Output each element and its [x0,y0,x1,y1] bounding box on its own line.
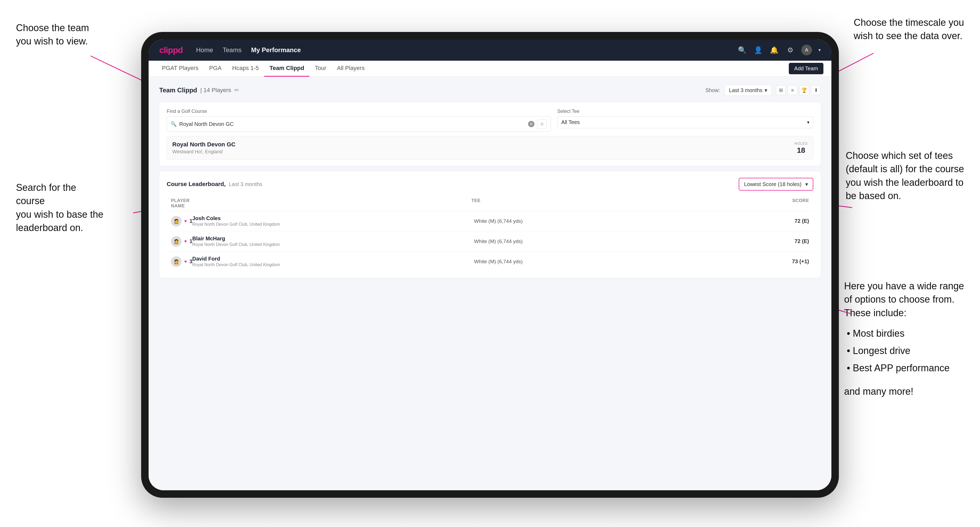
team-header: Team Clippd | 14 Players ✏ Show: Last 3 … [159,85,821,96]
score-cell-3: 73 (+1) [756,259,809,265]
annotation-mid-left-text: Search for the courseyou wish to base th… [16,182,103,233]
player-info-2: Blair McHarg Royal North Devon Golf Club… [192,236,280,247]
col-header-score: SCORE [756,198,809,209]
player-club-2: Royal North Devon Golf Club, United King… [192,242,280,247]
tabs: PGAT Players PGA Hcaps 1-5 Team Clippd T… [157,61,370,77]
annotation-mid-right-text: Choose which set of tees(default is all)… [846,150,964,201]
bullet-item-3: Best APP performance [847,360,964,377]
favorite-button[interactable]: ☆ [537,119,547,129]
avatar[interactable]: A [801,45,812,56]
person-icon[interactable]: 👤 [753,46,763,54]
tee-select-dropdown[interactable]: All Tees ▾ [557,116,813,128]
tee-group: Select Tee All Tees ▾ [557,109,813,128]
player-count: | 14 Players [200,87,231,94]
annotation-bot-right-title-text: Here you have a wide rangeof options to … [844,281,964,318]
table-row: 🙍 ♥ 1 Blair McHarg Royal North Devon Gol… [167,231,813,252]
annotation-top-left: Choose the team you wish to view. [16,21,107,48]
show-label: Show: [705,87,720,94]
rank-cell-3: 🙍 ♥ 3 [171,256,192,267]
trophy-view-button[interactable]: 🏆 [799,86,809,95]
add-team-button[interactable]: Add Team [789,63,823,74]
player-name-3: David Ford [192,256,280,262]
player-info-3: David Ford Royal North Devon Golf Club, … [192,256,280,267]
search-input-wrapper: 🔍 Royal North Devon GC ✕ ☆ [167,116,551,132]
player-club-3: Royal North Devon Golf Club, United King… [192,262,280,267]
show-dropdown[interactable]: Last 3 months ▾ [724,85,772,96]
holes-badge: Holes 18 [794,141,808,155]
tee-select-value: All Tees [561,119,580,125]
nav-links: Home Teams My Performance [196,46,737,54]
grid-view-button[interactable]: ⊞ [776,86,786,95]
rank-cell-1: 🙍 ♥ 1 [171,216,192,227]
download-button[interactable]: ⬇ [811,86,821,95]
search-icon[interactable]: 🔍 [737,46,747,54]
nav-link-myperformance[interactable]: My Performance [251,46,301,54]
col-header-empty [187,198,471,209]
heart-icon-1: ♥ [184,219,187,224]
col-header-player: PLAYER NAME [171,198,187,209]
player-cell-3: David Ford Royal North Devon Golf Club, … [192,256,474,267]
player-name-1: Josh Coles [192,215,280,221]
course-result: Royal North Devon GC Westward Ho!, Engla… [167,136,813,160]
show-dropdown-value: Last 3 months [729,87,762,94]
tablet-frame: clippd Home Teams My Performance 🔍 👤 🔔 ⚙… [141,32,839,498]
notifications-icon[interactable]: 🔔 [769,46,779,54]
tee-cell-2: White (M) (6,744 yds) [474,238,756,244]
annotation-mid-right: Choose which set of tees(default is all)… [846,149,964,203]
leaderboard-table: PLAYER NAME TEE SCORE 🙍 ♥ 1 [167,196,813,271]
player-cell-2: Blair McHarg Royal North Devon Golf Club… [192,236,474,247]
view-icons: ⊞ ≡ 🏆 ⬇ [776,86,821,95]
search-group: Find a Golf Course 🔍 Royal North Devon G… [167,109,551,132]
leaderboard-title: Course Leaderboard, Last 3 months [167,181,262,187]
nav-logo: clippd [159,45,183,55]
clear-search-button[interactable]: ✕ [528,121,535,127]
leaderboard-subtitle: Last 3 months [229,181,262,187]
tee-select-chevron-icon: ▾ [807,120,809,125]
tab-pgat-players[interactable]: PGAT Players [157,61,204,77]
player-club-1: Royal North Devon Golf Club, United King… [192,222,280,227]
main-content: Team Clippd | 14 Players ✏ Show: Last 3 … [149,77,831,490]
annotation-bullet-list: Most birdies Longest drive Best APP perf… [847,325,964,376]
tab-hcaps[interactable]: Hcaps 1-5 [227,61,264,77]
tab-team-clippd[interactable]: Team Clippd [264,61,309,77]
col-header-tee: TEE [471,198,756,209]
tab-all-players[interactable]: All Players [332,61,370,77]
tab-pga[interactable]: PGA [204,61,227,77]
heart-icon-2: ♥ [184,239,187,244]
annotation-top-left-text: Choose the team you wish to view. [16,22,89,46]
course-search-card: Find a Golf Course 🔍 Royal North Devon G… [159,102,821,166]
course-name: Royal North Devon GC [172,141,235,148]
rank-num-1: 1 [189,218,192,224]
nav-actions: 🔍 👤 🔔 ⚙ A ▾ [737,45,821,56]
player-name-2: Blair McHarg [192,236,280,242]
bullet-item-1: Most birdies [847,325,964,342]
score-cell-1: 72 (E) [756,218,809,224]
player-cell-1: Josh Coles Royal North Devon Golf Club, … [192,215,474,227]
tab-tour[interactable]: Tour [309,61,332,77]
annotation-top-right: Choose the timescale youwish to see the … [854,16,964,43]
search-input-text: Royal North Devon GC [179,121,525,127]
team-title: Team Clippd | 14 Players ✏ [159,86,239,94]
table-row: 🙍 ♥ 1 Josh Coles Royal North Devon Golf … [167,211,813,231]
rank-cell-2: 🙍 ♥ 1 [171,236,192,247]
team-controls: Show: Last 3 months ▾ ⊞ ≡ 🏆 ⬇ [705,85,821,96]
edit-icon[interactable]: ✏ [234,87,239,94]
player-avatar-3: 🙍 [171,256,181,267]
course-location: Westward Ho!, England [172,149,235,155]
score-cell-2: 72 (E) [756,238,809,244]
nav-link-home[interactable]: Home [196,46,213,54]
heart-icon-3: ♥ [184,259,187,264]
tee-select-label: Select Tee [557,109,813,114]
rank-num-2: 1 [189,238,192,244]
score-type-dropdown[interactable]: Lowest Score (18 holes) ▾ [739,178,813,190]
top-nav: clippd Home Teams My Performance 🔍 👤 🔔 ⚙… [149,40,831,61]
team-title-text: Team Clippd [159,86,197,94]
annotation-mid-left: Search for the courseyou wish to base th… [16,181,107,235]
settings-icon[interactable]: ⚙ [785,46,795,54]
rank-num-3: 3 [189,259,192,265]
nav-link-teams[interactable]: Teams [223,46,242,54]
list-view-button[interactable]: ≡ [788,86,797,95]
search-icon-sm: 🔍 [171,121,177,127]
player-info-1: Josh Coles Royal North Devon Golf Club, … [192,215,280,227]
bullet-item-2: Longest drive [847,342,964,360]
